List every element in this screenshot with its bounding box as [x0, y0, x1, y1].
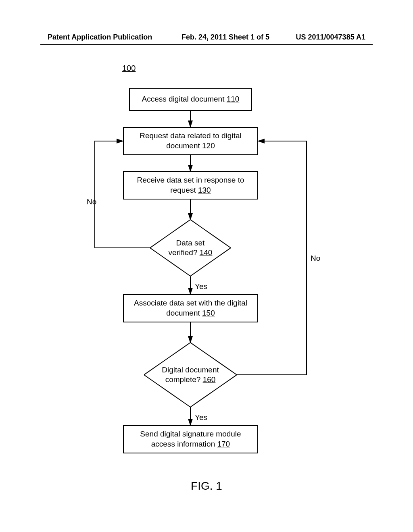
- step-text-line-2: access information: [151, 440, 215, 448]
- step-text-line-2: document: [166, 309, 200, 317]
- step-reference: 150: [202, 309, 215, 317]
- header-divider: [40, 44, 373, 45]
- step-text-line-1: Receive data set in response to: [137, 175, 244, 185]
- flowchart-label-no-right: No: [311, 254, 320, 263]
- step-text-line-1: Request data related to digital: [140, 131, 241, 141]
- step-reference: 170: [217, 440, 230, 448]
- flowchart-step-request-data: Request data related to digital document…: [123, 127, 258, 155]
- step-text: Access digital document: [142, 95, 225, 103]
- flowchart-label-yes-2: Yes: [195, 413, 207, 422]
- header-publication-type: Patent Application Publication: [48, 33, 152, 42]
- diagram-reference-number: 100: [122, 64, 136, 73]
- header-date-sheet: Feb. 24, 2011 Sheet 1 of 5: [181, 33, 269, 42]
- step-reference: 130: [198, 186, 211, 194]
- diamond-outline: [150, 220, 231, 276]
- flowchart-decision-complete: Digital document complete? 160: [144, 343, 237, 407]
- svg-marker-6: [150, 220, 231, 276]
- figure-caption: FIG. 1: [0, 480, 413, 493]
- page-header: Patent Application Publication Feb. 24, …: [0, 33, 413, 49]
- step-text-line-2: request: [170, 186, 196, 194]
- flowchart-step-send-signature: Send digital signature module access inf…: [123, 425, 258, 453]
- flowchart-step-access-document: Access digital document 110: [129, 88, 252, 111]
- flowchart-decision-verified: Data set verified? 140: [150, 220, 231, 276]
- flowchart-step-receive-data: Receive data set in response to request …: [123, 171, 258, 200]
- step-text-line-1: Send digital signature module: [140, 429, 241, 439]
- flowchart-diagram: Access digital document 110 Request data…: [48, 73, 365, 476]
- flowchart-step-associate-data: Associate data set with the digital docu…: [123, 294, 258, 322]
- svg-marker-7: [144, 343, 237, 407]
- header-publication-number: US 2011/0047385 A1: [296, 33, 365, 42]
- diamond-outline: [144, 343, 237, 407]
- step-text-line-1: Associate data set with the digital: [134, 298, 247, 308]
- patent-page: Patent Application Publication Feb. 24, …: [0, 0, 413, 532]
- flowchart-label-yes-1: Yes: [195, 282, 207, 291]
- flowchart-label-no-left: No: [87, 197, 96, 206]
- step-text-line-2: document: [166, 141, 200, 150]
- step-reference: 110: [227, 95, 240, 103]
- step-reference: 120: [202, 141, 215, 150]
